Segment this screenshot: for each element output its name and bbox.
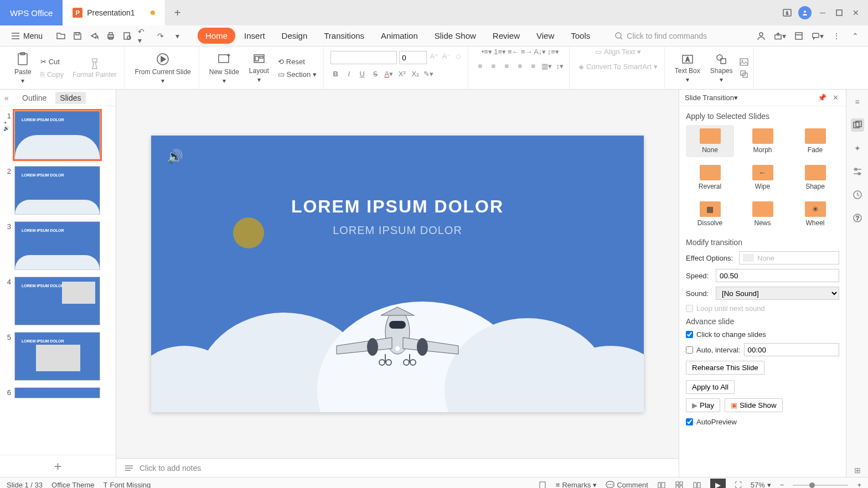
remarks-button[interactable]: ≡Remarks▾ <box>556 481 597 488</box>
auto-interval-checkbox[interactable] <box>686 346 693 354</box>
present-button[interactable]: ▶ <box>710 479 726 489</box>
slide-show-button[interactable]: ▣Slide Show <box>725 398 783 412</box>
slide-thumb-4[interactable]: LOREM IPSUM DOLOR <box>14 277 100 325</box>
window-layout-icon[interactable]: 1 <box>782 7 793 18</box>
slide-thumb-6[interactable] <box>14 387 100 398</box>
click-to-change-checkbox[interactable] <box>686 331 693 338</box>
transition-dissolve[interactable]: ▦Dissolve <box>686 198 734 230</box>
numbering-icon[interactable]: 1≡▾ <box>495 46 505 56</box>
export-icon[interactable]: ▾ <box>774 30 786 42</box>
font-missing-button[interactable]: TFont Missing <box>104 481 151 488</box>
loop-checkbox[interactable] <box>686 305 693 312</box>
page-setup-icon[interactable] <box>538 481 547 489</box>
notes-bar[interactable]: Click to add notes <box>116 458 679 477</box>
arrange-icon[interactable] <box>739 69 749 79</box>
transition-none[interactable]: None <box>686 125 734 157</box>
normal-view-icon[interactable] <box>657 481 666 489</box>
slide-canvas[interactable]: 🔊 LOREM IPSUM DOLOR LOREM IPSUM DOLOR <box>151 136 644 412</box>
transition-wheel[interactable]: ✳Wheel <box>791 198 839 230</box>
close-button[interactable]: ✕ <box>850 7 861 18</box>
save-icon[interactable] <box>71 30 84 42</box>
user-badge[interactable] <box>798 6 812 19</box>
print-icon[interactable] <box>105 30 117 42</box>
align-left-icon[interactable]: ≡ <box>475 61 485 71</box>
bold-icon[interactable]: B <box>330 69 340 79</box>
tab-document[interactable]: P Presentation1 <box>63 0 164 25</box>
increase-font-icon[interactable]: A⁺ <box>429 51 439 61</box>
rail-grid-icon[interactable]: ⊞ <box>851 464 864 477</box>
transition-panel-title[interactable]: Slide Transition▾ <box>685 94 817 102</box>
transition-reveral[interactable]: Reveral <box>686 162 734 194</box>
align-right-icon[interactable]: ≡ <box>502 61 512 71</box>
minimize-button[interactable]: ─ <box>817 7 828 18</box>
apply-all-button[interactable]: Apply to All <box>686 380 735 394</box>
speed-input[interactable] <box>716 269 839 282</box>
window-icon[interactable] <box>793 30 805 42</box>
decrease-indent-icon[interactable]: ≡← <box>508 46 518 56</box>
menu-button[interactable]: Menu <box>7 29 47 43</box>
airplane-shape[interactable] <box>320 302 475 379</box>
tab-home[interactable]: Home <box>198 28 235 44</box>
format-painter-button[interactable]: Format Painter <box>69 55 120 81</box>
slide-thumb-3[interactable]: LOREM IPSUM DOLOR <box>14 221 100 270</box>
share-icon[interactable] <box>88 30 100 42</box>
slide-title-text[interactable]: LOREM IPSUM DOLOR <box>151 196 644 217</box>
user-icon[interactable] <box>755 30 767 42</box>
rail-help-icon[interactable]: ? <box>851 211 864 225</box>
shapes-button[interactable]: Shapes▾ <box>707 50 736 86</box>
close-panel-icon[interactable]: ✕ <box>830 93 840 103</box>
subscript-icon[interactable]: X₂ <box>410 69 420 79</box>
zoom-slider[interactable] <box>793 485 848 486</box>
transition-fade[interactable]: Fade <box>791 125 839 157</box>
text-box-button[interactable]: A Text Box▾ <box>671 50 704 86</box>
rail-settings-icon[interactable] <box>851 165 864 178</box>
collapse-panel-icon[interactable]: « <box>4 94 9 102</box>
maximize-button[interactable] <box>834 7 845 18</box>
slide-thumb-2[interactable]: LOREM IPSUM DOLOR <box>14 166 100 215</box>
sound-object-icon[interactable]: 🔊 <box>167 149 183 164</box>
increase-indent-icon[interactable]: ≡→ <box>521 46 531 56</box>
sorter-view-icon[interactable] <box>675 481 684 489</box>
tab-review[interactable]: Review <box>485 28 528 44</box>
align-center-icon[interactable]: ≡ <box>488 61 498 71</box>
new-slide-button[interactable]: New Slide▾ <box>206 49 242 87</box>
rail-animation-icon[interactable]: ✦ <box>851 142 864 155</box>
zoom-level[interactable]: 57%▾ <box>751 481 771 488</box>
copy-button[interactable]: ⎘Copy <box>38 69 66 80</box>
clear-format-icon[interactable]: ◇ <box>453 51 463 61</box>
distribute-icon[interactable]: ≡ <box>528 61 538 71</box>
fit-icon[interactable]: ⛶ <box>735 481 742 488</box>
layout-button[interactable]: Layout▾ <box>246 50 272 86</box>
line-spacing2-icon[interactable]: ↕▾ <box>555 61 565 71</box>
sun-shape[interactable] <box>233 217 264 248</box>
transition-shape[interactable]: Shape <box>791 162 839 194</box>
zoom-out-button[interactable]: − <box>780 481 784 488</box>
collapse-ribbon-icon[interactable]: ⌃ <box>849 30 861 42</box>
font-size-input[interactable] <box>399 51 427 64</box>
section-button[interactable]: ▭Section▾ <box>276 69 319 80</box>
panel-tab-outline[interactable]: Outline <box>22 94 46 102</box>
comment-icon[interactable]: ▾ <box>812 30 824 42</box>
reset-button[interactable]: ⟲Reset <box>276 56 319 67</box>
tab-wps-office[interactable]: WPS Office <box>0 0 63 25</box>
transition-morph[interactable]: Morph <box>738 125 787 157</box>
slide-subtitle-text[interactable]: LOREM IPSUM DOLOR <box>151 224 644 237</box>
justify-icon[interactable]: ≡ <box>515 61 525 71</box>
open-icon[interactable] <box>55 30 67 42</box>
tab-tools[interactable]: Tools <box>563 28 598 44</box>
paste-button[interactable]: Paste▾ <box>11 49 35 87</box>
reading-view-icon[interactable] <box>693 481 701 489</box>
sound-select[interactable]: [No Sound] <box>716 287 839 300</box>
tab-insert[interactable]: Insert <box>236 28 273 44</box>
highlight-icon[interactable]: ✎▾ <box>423 69 433 79</box>
zoom-in-button[interactable]: + <box>857 481 861 488</box>
more-icon[interactable]: ⋮ <box>830 30 843 42</box>
pin-icon[interactable]: 📌 <box>817 93 827 103</box>
underline-icon[interactable]: U <box>357 69 367 79</box>
rail-toggle-icon[interactable]: ≡ <box>851 95 864 108</box>
align-text-button[interactable]: ▭Align Text▾ <box>593 46 643 57</box>
transition-news[interactable]: News <box>738 198 787 230</box>
strikethrough-icon[interactable]: S̶ <box>370 69 380 79</box>
tab-design[interactable]: Design <box>274 28 316 44</box>
convert-smartart-button[interactable]: ◈Convert To SmartArt▾ <box>576 61 660 72</box>
